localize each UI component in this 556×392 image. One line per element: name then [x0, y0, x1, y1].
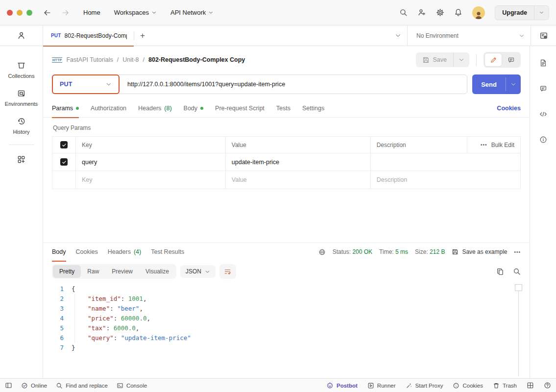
http-request-icon: HTTP	[52, 57, 62, 63]
sidebar-item-add-blocks[interactable]	[0, 151, 43, 168]
new-param-key-input[interactable]	[82, 176, 219, 183]
request-tab-active[interactable]: PUT 802-RequestBody-Comp	[43, 25, 134, 46]
breadcrumb-collection[interactable]: FastAPI Tutorials	[66, 56, 113, 63]
sidebar-item-collections[interactable]: Collections	[0, 57, 43, 83]
console-icon	[117, 382, 123, 389]
tab-prerequest-script[interactable]: Pre-request Script	[215, 99, 265, 118]
online-status[interactable]: Online	[21, 382, 47, 389]
save-options-chevron-icon[interactable]	[454, 52, 469, 67]
user-avatar[interactable]	[472, 6, 485, 19]
window-controls[interactable]	[7, 10, 32, 16]
breadcrumb-request-name[interactable]: 802-RequestBody-Complex Copy	[148, 56, 245, 63]
trash-button[interactable]: Trash	[493, 382, 517, 389]
save-button[interactable]: Save	[416, 52, 454, 67]
save-floppy-icon	[452, 248, 459, 255]
chevron-down-icon[interactable]	[534, 10, 549, 15]
globe-icon[interactable]	[318, 248, 326, 256]
code-snippet-icon[interactable]	[539, 110, 547, 118]
tab-params[interactable]: Params	[52, 99, 79, 118]
start-proxy-button[interactable]: Start Proxy	[406, 382, 443, 389]
cookies-button[interactable]: Cookies	[453, 382, 483, 389]
send-button[interactable]: Send	[472, 74, 506, 94]
response-tab-body[interactable]: Body	[52, 243, 66, 261]
response-tab-headers[interactable]: Headers(4)	[108, 243, 142, 261]
method-selector[interactable]: PUT	[52, 74, 120, 94]
search-response-icon[interactable]	[513, 268, 521, 275]
find-and-replace-button[interactable]: Find and replace	[56, 382, 108, 389]
console-button[interactable]: Console	[117, 382, 147, 389]
response-body-editor[interactable]: 1 { 2 "item_id": 1001, 3 "name": "beer",…	[43, 282, 530, 378]
tab-body[interactable]: Body	[184, 99, 204, 118]
invite-user-icon[interactable]	[417, 8, 426, 17]
bulk-edit-button[interactable]: •••Bulk Edit	[473, 142, 514, 148]
tab-authorization[interactable]: Authorization	[91, 99, 126, 118]
view-preview[interactable]: Preview	[105, 265, 139, 278]
sidebar-profile[interactable]	[0, 25, 43, 46]
tab-tests[interactable]: Tests	[276, 99, 290, 118]
editor-scrollbar-thumb[interactable]	[515, 284, 522, 291]
chevron-down-icon	[519, 33, 525, 39]
save-button-group: Save	[416, 52, 470, 67]
param-description-cell[interactable]	[371, 153, 467, 171]
tab-list-chevron-icon[interactable]	[389, 32, 407, 39]
row-checkbox[interactable]	[60, 158, 68, 166]
breadcrumb-folder[interactable]: Unit-8	[122, 56, 139, 63]
environment-quick-look-button[interactable]	[531, 25, 556, 46]
copy-icon[interactable]	[496, 268, 504, 275]
help-icon[interactable]	[544, 382, 551, 389]
request-tabs: Params Authorization Headers(8) Body Pre…	[43, 99, 530, 118]
sidebar-item-environments[interactable]: Environments	[0, 85, 43, 111]
chevron-down-icon	[151, 10, 157, 15]
nav-api-network[interactable]: API Network	[170, 9, 214, 16]
minimize-window-button[interactable]	[17, 10, 23, 16]
chevron-down-icon	[208, 10, 214, 15]
wrap-lines-button[interactable]	[219, 264, 236, 279]
documentation-icon[interactable]	[539, 59, 547, 67]
response-tab-cookies[interactable]: Cookies	[76, 243, 98, 261]
search-icon[interactable]	[399, 8, 408, 17]
tab-headers[interactable]: Headers(8)	[138, 99, 172, 118]
tab-settings[interactable]: Settings	[302, 99, 324, 118]
view-pretty[interactable]: Pretty	[53, 265, 81, 278]
param-value-cell[interactable]: update-item-price	[226, 153, 371, 171]
comments-icon[interactable]	[539, 85, 547, 93]
nav-workspaces[interactable]: Workspaces	[114, 9, 157, 16]
settings-gear-icon[interactable]	[436, 8, 444, 17]
save-as-example-button[interactable]: Save as example	[452, 248, 507, 255]
comments-mode-button[interactable]	[502, 53, 520, 67]
status-bar: Online Find and replace Console Postbot …	[0, 378, 556, 392]
close-window-button[interactable]	[7, 10, 13, 16]
cookie-icon	[453, 382, 459, 389]
response-more-options-icon[interactable]: •••	[514, 249, 521, 255]
edit-mode-button[interactable]	[484, 53, 502, 67]
select-all-checkbox[interactable]	[60, 141, 68, 148]
new-param-description-input[interactable]	[377, 176, 461, 183]
url-input[interactable]	[120, 75, 467, 94]
environment-selector[interactable]: No Environment	[407, 25, 531, 46]
notifications-bell-icon[interactable]	[454, 8, 462, 17]
panels-layout-icon[interactable]	[527, 382, 534, 389]
info-icon[interactable]	[539, 136, 547, 144]
runner-play-icon	[367, 382, 374, 389]
upgrade-button[interactable]: Upgrade	[495, 5, 549, 20]
check-circle-icon	[21, 382, 28, 389]
back-arrow-icon[interactable]	[43, 9, 51, 17]
proxy-wand-icon	[406, 382, 412, 389]
maximize-window-button[interactable]	[26, 10, 32, 16]
new-tab-button[interactable]: +	[134, 31, 151, 41]
cookies-link[interactable]: Cookies	[497, 105, 521, 112]
sidebar-item-history[interactable]: History	[0, 113, 43, 139]
param-key-cell[interactable]: query	[76, 153, 226, 171]
view-visualize[interactable]: Visualize	[139, 265, 175, 278]
nav-home[interactable]: Home	[83, 9, 100, 16]
new-param-value-input[interactable]	[232, 176, 364, 183]
forward-arrow-icon[interactable]	[61, 9, 70, 17]
editor-scrollbar-track[interactable]	[518, 285, 519, 376]
response-format-dropdown[interactable]: JSON	[180, 265, 216, 278]
runner-button[interactable]: Runner	[367, 382, 396, 389]
send-options-chevron-icon[interactable]	[506, 74, 521, 94]
toggle-sidebar-icon[interactable]	[5, 382, 12, 389]
view-raw[interactable]: Raw	[81, 265, 105, 278]
postbot-button[interactable]: Postbot	[326, 382, 358, 389]
response-tab-test-results[interactable]: Test Results	[151, 243, 184, 261]
